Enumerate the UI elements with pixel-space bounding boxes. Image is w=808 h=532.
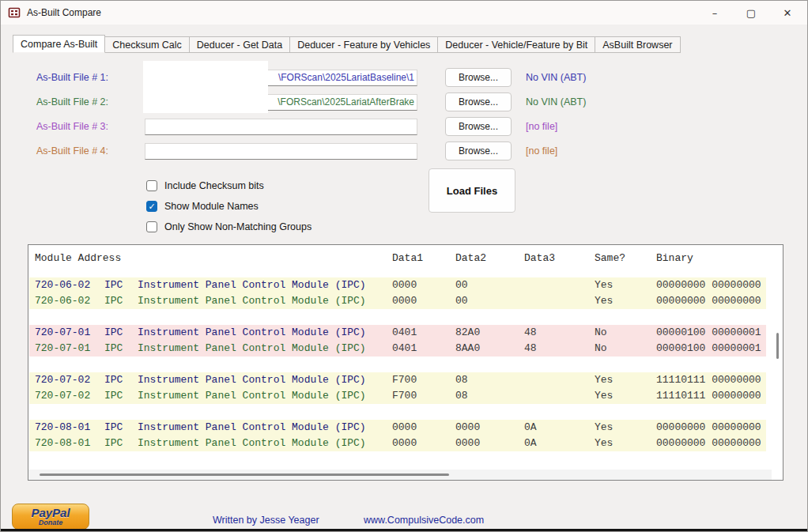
tab-deducer-get-data[interactable]: Deducer - Get Data	[190, 36, 290, 53]
results-table: Module Address Data1 Data2 Data3 Same? B…	[28, 244, 783, 481]
vertical-scrollbar-thumb[interactable]	[776, 333, 779, 359]
cell-data2: 82A0	[455, 325, 524, 341]
cell-data3	[524, 293, 595, 309]
file-3-browse-button[interactable]: Browse...	[445, 117, 512, 136]
title-bar: As-Built Compare – ▢ ✕	[1, 1, 807, 25]
checkbox-label: Include Checksum bits	[164, 180, 264, 191]
cell-same: Yes	[595, 388, 656, 404]
tab-asbuilt-browser[interactable]: AsBuilt Browser	[595, 36, 680, 53]
file-4-path-input[interactable]	[145, 143, 417, 160]
cell-data3	[524, 388, 595, 404]
table-row[interactable]: 720-08-01IPCInstrument Panel Control Mod…	[29, 436, 766, 451]
table-row[interactable]: 720-07-02IPCInstrument Panel Control Mod…	[29, 388, 766, 404]
file-4-label: As-Built File # 4:	[1, 145, 108, 157]
cell-module-short-name: IPC	[104, 420, 138, 436]
close-icon[interactable]: ✕	[769, 1, 806, 25]
tab-checksum-calc[interactable]: Checksum Calc	[105, 36, 190, 53]
cell-data1: F700	[392, 388, 455, 404]
file-1-browse-button[interactable]: Browse...	[445, 68, 512, 87]
file-2-browse-button[interactable]: Browse...	[445, 92, 512, 111]
horizontal-scrollbar[interactable]	[28, 470, 772, 480]
cell-module-name: Instrument Panel Control Module (IPC)	[138, 436, 392, 451]
cell-data1: 0000	[392, 436, 455, 451]
cell-module-address: 720-06-02	[35, 277, 104, 293]
tab-compare-as-built[interactable]: Compare As-Built	[13, 35, 105, 53]
cell-data2: 0000	[455, 420, 524, 436]
cell-data1: 0401	[392, 341, 455, 357]
cell-module-short-name: IPC	[104, 277, 138, 293]
cell-data3: 0A	[524, 420, 595, 436]
cell-module-short-name: IPC	[104, 436, 138, 451]
file-row-1: As-Built File # 1:Browse...No VIN (ABT)	[1, 68, 602, 87]
table-row[interactable]: 720-07-01IPCInstrument Panel Control Mod…	[29, 341, 766, 357]
cell-binary: 00000000 00000000	[656, 277, 767, 293]
paypal-donate-button[interactable]: PayPal Donate	[12, 504, 89, 530]
cell-data3	[524, 372, 595, 388]
cell-module-short-name: IPC	[104, 293, 138, 309]
checkbox-only-show-non-matching-groups[interactable]: Only Show Non-Matching Groups	[146, 217, 311, 237]
cell-data2: 8AA0	[455, 341, 524, 357]
cell-same: Yes	[595, 420, 656, 436]
cell-data2: 08	[455, 388, 524, 404]
cell-data1: 0000	[392, 420, 455, 436]
checkbox-checked-icon[interactable]: ✓	[146, 201, 157, 212]
cell-module-address: 720-07-02	[35, 372, 104, 388]
tab-bar: Compare As-BuiltChecksum CalcDeducer - G…	[13, 35, 799, 53]
checkbox-label: Show Module Names	[164, 201, 259, 212]
table-row[interactable]: 720-08-01IPCInstrument Panel Control Mod…	[29, 420, 766, 436]
cell-same: Yes	[595, 293, 656, 309]
table-row[interactable]: 720-07-02IPCInstrument Panel Control Mod…	[29, 372, 766, 388]
paypal-donate-label: Donate	[39, 519, 63, 526]
options-section: Include Checksum bits✓Show Module NamesO…	[146, 175, 311, 237]
table-group-720-07-02: 720-07-02IPCInstrument Panel Control Mod…	[29, 372, 766, 404]
table-header: Module Address Data1 Data2 Data3 Same? B…	[28, 245, 783, 277]
column-header-data3: Data3	[524, 252, 595, 277]
file-4-browse-button[interactable]: Browse...	[445, 141, 512, 160]
file-1-status: No VIN (ABT)	[526, 72, 586, 83]
table-row[interactable]: 720-06-02IPCInstrument Panel Control Mod…	[29, 293, 766, 309]
file-row-4: As-Built File # 4:Browse...[no file]	[1, 141, 602, 160]
cell-same: Yes	[595, 372, 656, 388]
cell-data1: 0000	[392, 293, 455, 309]
table-group-720-07-01: 720-07-01IPCInstrument Panel Control Mod…	[29, 325, 766, 357]
cell-module-address: 720-07-01	[35, 341, 104, 357]
checkbox-show-module-names[interactable]: ✓Show Module Names	[146, 196, 311, 217]
horizontal-scrollbar-thumb[interactable]	[40, 474, 449, 476]
table-row[interactable]: 720-06-02IPCInstrument Panel Control Mod…	[29, 277, 766, 293]
cell-data3: 48	[524, 341, 595, 357]
cell-module-name: Instrument Panel Control Module (IPC)	[138, 325, 392, 341]
minimize-icon[interactable]: –	[697, 1, 733, 25]
cell-binary: 11110111 00000000	[656, 388, 767, 404]
cell-data1: F700	[392, 372, 455, 388]
website-link[interactable]: www.CompulsiveCode.com	[364, 515, 484, 526]
checkbox-unchecked-icon[interactable]	[146, 180, 157, 191]
load-files-button[interactable]: Load Files	[429, 168, 515, 213]
cell-same: No	[595, 341, 656, 357]
vertical-scrollbar[interactable]	[774, 248, 781, 467]
cell-module-address: 720-06-02	[35, 293, 104, 309]
cell-binary: 00000000 00000000	[656, 436, 767, 451]
cell-module-short-name: IPC	[104, 325, 138, 341]
file-3-path-input[interactable]	[145, 119, 417, 135]
table-group-720-06-02: 720-06-02IPCInstrument Panel Control Mod…	[29, 277, 766, 309]
checkbox-include-checksum-bits[interactable]: Include Checksum bits	[146, 175, 311, 196]
tab-deducer-feature-by-vehicles[interactable]: Deducer - Feature by Vehicles	[290, 36, 438, 53]
table-group-720-08-01: 720-08-01IPCInstrument Panel Control Mod…	[29, 420, 766, 451]
window-title: As-Built Compare	[27, 7, 101, 18]
cell-data2: 08	[455, 372, 524, 388]
tab-deducer-vehicle-feature-by-bit[interactable]: Deducer - Vehicle/Feature by Bit	[438, 36, 595, 53]
cell-same: Yes	[595, 277, 656, 293]
table-row[interactable]: 720-07-01IPCInstrument Panel Control Mod…	[29, 325, 766, 341]
column-header-same: Same?	[595, 252, 656, 277]
file-1-label: As-Built File # 1:	[1, 72, 108, 83]
cell-module-short-name: IPC	[104, 372, 138, 388]
redaction-overlay	[143, 61, 268, 113]
maximize-icon[interactable]: ▢	[733, 1, 769, 25]
cell-module-name: Instrument Panel Control Module (IPC)	[138, 372, 392, 388]
cell-data3	[524, 277, 595, 293]
cell-module-short-name: IPC	[104, 341, 138, 357]
paypal-logo: PayPal	[31, 507, 70, 519]
bottom-edge-strip	[1, 529, 807, 531]
checkbox-unchecked-icon[interactable]	[146, 221, 157, 232]
file-row-2: As-Built File # 2:Browse...No VIN (ABT)	[1, 92, 602, 111]
